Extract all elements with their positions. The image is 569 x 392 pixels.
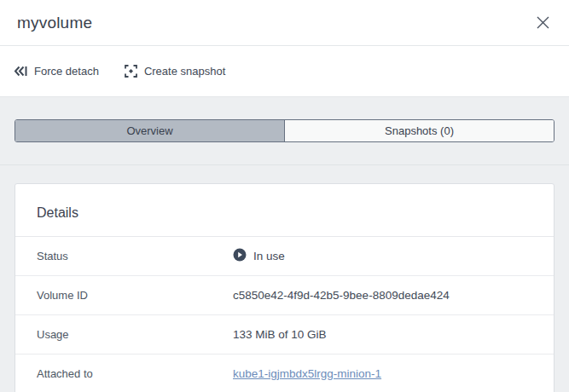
usage-label: Usage xyxy=(37,328,233,341)
tab-snapshots-label: Snapshots (0) xyxy=(385,124,454,137)
details-card: Details Status In use Volume ID c5850e42… xyxy=(15,183,554,392)
tab-overview-label: Overview xyxy=(126,124,172,137)
close-icon xyxy=(536,20,550,32)
attached-to-value: kube1-igjmbdx5lrgg-minion-1 xyxy=(233,367,381,380)
status-label: Status xyxy=(37,250,233,262)
status-text: In use xyxy=(253,250,285,262)
tab-bar: Overview Snapshots (0) xyxy=(15,119,554,142)
close-button[interactable] xyxy=(534,14,552,32)
page-title: myvolume xyxy=(17,14,92,32)
details-heading: Details xyxy=(15,184,554,236)
detail-row-usage: Usage 133 MiB of 10 GiB xyxy=(15,314,554,354)
detail-row-attached-to: Attached to kube1-igjmbdx5lrgg-minion-1 xyxy=(15,354,554,392)
status-value: In use xyxy=(233,248,285,264)
force-detach-button[interactable]: Force detach xyxy=(14,65,99,78)
action-toolbar: Force detach Create snapshot xyxy=(0,46,569,97)
volume-id-label: Volume ID xyxy=(37,289,233,302)
attached-instance-link[interactable]: kube1-igjmbdx5lrgg-minion-1 xyxy=(233,367,381,380)
usage-value: 133 MiB of 10 GiB xyxy=(233,328,327,341)
section-divider xyxy=(0,164,569,165)
panel-content: Overview Snapshots (0) Details Status In… xyxy=(0,97,569,392)
create-snapshot-label: Create snapshot xyxy=(144,65,225,78)
create-snapshot-icon xyxy=(125,65,137,78)
detail-row-volume-id: Volume ID c5850e42-4f9d-42b5-9bee-8809de… xyxy=(15,275,554,314)
detail-row-status: Status In use xyxy=(15,236,554,275)
panel-header: myvolume xyxy=(0,0,569,46)
attached-to-label: Attached to xyxy=(37,367,233,380)
create-snapshot-button[interactable]: Create snapshot xyxy=(125,65,225,78)
tab-snapshots[interactable]: Snapshots (0) xyxy=(284,120,554,141)
force-detach-icon xyxy=(14,66,27,77)
volume-id-value: c5850e42-4f9d-42b5-9bee-8809dedae424 xyxy=(233,289,450,302)
force-detach-label: Force detach xyxy=(34,65,99,78)
status-in-use-play-icon xyxy=(233,248,247,264)
tab-overview[interactable]: Overview xyxy=(15,120,284,141)
